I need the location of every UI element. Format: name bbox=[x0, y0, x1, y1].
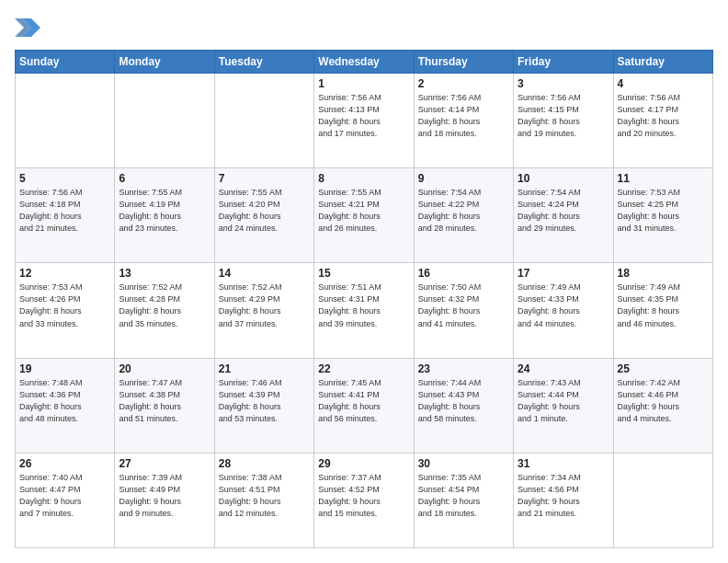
weekday-header: Friday bbox=[514, 51, 613, 74]
logo bbox=[15, 15, 44, 40]
day-number: 11 bbox=[618, 172, 709, 185]
day-info: Sunrise: 7:56 AM Sunset: 4:13 PM Dayligh… bbox=[318, 92, 409, 140]
day-info: Sunrise: 7:44 AM Sunset: 4:43 PM Dayligh… bbox=[418, 377, 509, 425]
weekday-header: Monday bbox=[115, 51, 214, 74]
calendar-cell bbox=[214, 74, 313, 168]
day-number: 24 bbox=[518, 362, 609, 375]
day-info: Sunrise: 7:53 AM Sunset: 4:26 PM Dayligh… bbox=[19, 282, 110, 329]
day-number: 20 bbox=[119, 362, 210, 375]
day-number: 14 bbox=[219, 267, 310, 280]
calendar-cell: 21Sunrise: 7:46 AM Sunset: 4:39 PM Dayli… bbox=[214, 358, 313, 453]
header bbox=[15, 15, 713, 40]
weekday-header: Wednesday bbox=[314, 51, 414, 74]
calendar-cell: 30Sunrise: 7:35 AM Sunset: 4:54 PM Dayli… bbox=[414, 453, 513, 547]
day-number: 9 bbox=[418, 172, 509, 185]
calendar-cell: 14Sunrise: 7:52 AM Sunset: 4:29 PM Dayli… bbox=[214, 263, 313, 358]
day-info: Sunrise: 7:54 AM Sunset: 4:22 PM Dayligh… bbox=[418, 187, 509, 235]
day-info: Sunrise: 7:49 AM Sunset: 4:35 PM Dayligh… bbox=[618, 282, 709, 329]
day-info: Sunrise: 7:46 AM Sunset: 4:39 PM Dayligh… bbox=[219, 377, 310, 425]
calendar-cell: 1Sunrise: 7:56 AM Sunset: 4:13 PM Daylig… bbox=[314, 74, 414, 168]
day-number: 1 bbox=[318, 77, 409, 90]
calendar-cell: 11Sunrise: 7:53 AM Sunset: 4:25 PM Dayli… bbox=[613, 168, 712, 263]
day-info: Sunrise: 7:39 AM Sunset: 4:49 PM Dayligh… bbox=[119, 472, 210, 520]
calendar-cell: 28Sunrise: 7:38 AM Sunset: 4:51 PM Dayli… bbox=[214, 453, 313, 547]
day-number: 28 bbox=[219, 457, 310, 470]
day-number: 18 bbox=[618, 267, 709, 280]
weekday-header: Sunday bbox=[16, 51, 115, 74]
calendar-cell: 16Sunrise: 7:50 AM Sunset: 4:32 PM Dayli… bbox=[414, 263, 513, 358]
calendar-cell: 24Sunrise: 7:43 AM Sunset: 4:44 PM Dayli… bbox=[514, 358, 613, 453]
day-info: Sunrise: 7:54 AM Sunset: 4:24 PM Dayligh… bbox=[518, 187, 609, 235]
day-info: Sunrise: 7:56 AM Sunset: 4:17 PM Dayligh… bbox=[618, 92, 709, 140]
day-number: 2 bbox=[418, 77, 509, 90]
weekday-header: Tuesday bbox=[214, 51, 313, 74]
day-info: Sunrise: 7:45 AM Sunset: 4:41 PM Dayligh… bbox=[318, 377, 409, 425]
calendar-cell: 10Sunrise: 7:54 AM Sunset: 4:24 PM Dayli… bbox=[514, 168, 613, 263]
day-number: 10 bbox=[518, 172, 609, 185]
day-info: Sunrise: 7:52 AM Sunset: 4:29 PM Dayligh… bbox=[219, 282, 310, 329]
calendar-cell: 3Sunrise: 7:56 AM Sunset: 4:15 PM Daylig… bbox=[514, 74, 613, 168]
logo-icon bbox=[15, 15, 40, 40]
day-info: Sunrise: 7:47 AM Sunset: 4:38 PM Dayligh… bbox=[119, 377, 210, 425]
day-info: Sunrise: 7:43 AM Sunset: 4:44 PM Dayligh… bbox=[518, 377, 609, 425]
calendar-cell: 19Sunrise: 7:48 AM Sunset: 4:36 PM Dayli… bbox=[16, 358, 115, 453]
weekday-header: Thursday bbox=[414, 51, 513, 74]
calendar-cell: 25Sunrise: 7:42 AM Sunset: 4:46 PM Dayli… bbox=[613, 358, 712, 453]
calendar-cell: 20Sunrise: 7:47 AM Sunset: 4:38 PM Dayli… bbox=[115, 358, 214, 453]
calendar-cell: 7Sunrise: 7:55 AM Sunset: 4:20 PM Daylig… bbox=[214, 168, 313, 263]
calendar-cell bbox=[613, 453, 712, 547]
day-info: Sunrise: 7:37 AM Sunset: 4:52 PM Dayligh… bbox=[318, 472, 409, 520]
calendar-cell: 22Sunrise: 7:45 AM Sunset: 4:41 PM Dayli… bbox=[314, 358, 414, 453]
day-info: Sunrise: 7:53 AM Sunset: 4:25 PM Dayligh… bbox=[618, 187, 709, 235]
day-number: 12 bbox=[19, 267, 110, 280]
calendar-cell bbox=[16, 74, 115, 168]
day-info: Sunrise: 7:38 AM Sunset: 4:51 PM Dayligh… bbox=[219, 472, 310, 520]
day-number: 7 bbox=[219, 172, 310, 185]
calendar-cell: 13Sunrise: 7:52 AM Sunset: 4:28 PM Dayli… bbox=[115, 263, 214, 358]
day-number: 27 bbox=[119, 457, 210, 470]
day-number: 4 bbox=[618, 77, 709, 90]
day-info: Sunrise: 7:34 AM Sunset: 4:56 PM Dayligh… bbox=[518, 472, 609, 520]
calendar-cell: 5Sunrise: 7:56 AM Sunset: 4:18 PM Daylig… bbox=[16, 168, 115, 263]
day-info: Sunrise: 7:42 AM Sunset: 4:46 PM Dayligh… bbox=[618, 377, 709, 425]
day-number: 3 bbox=[518, 77, 609, 90]
day-number: 16 bbox=[418, 267, 509, 280]
page: SundayMondayTuesdayWednesdayThursdayFrid… bbox=[0, 0, 728, 563]
calendar-cell bbox=[115, 74, 214, 168]
day-info: Sunrise: 7:56 AM Sunset: 4:15 PM Dayligh… bbox=[518, 92, 609, 140]
day-info: Sunrise: 7:56 AM Sunset: 4:18 PM Dayligh… bbox=[19, 187, 110, 235]
day-info: Sunrise: 7:55 AM Sunset: 4:20 PM Dayligh… bbox=[219, 187, 310, 235]
calendar-cell: 31Sunrise: 7:34 AM Sunset: 4:56 PM Dayli… bbox=[514, 453, 613, 547]
day-number: 8 bbox=[318, 172, 409, 185]
calendar-cell: 6Sunrise: 7:55 AM Sunset: 4:19 PM Daylig… bbox=[115, 168, 214, 263]
day-number: 21 bbox=[219, 362, 310, 375]
day-number: 26 bbox=[19, 457, 110, 470]
day-info: Sunrise: 7:40 AM Sunset: 4:47 PM Dayligh… bbox=[19, 472, 110, 520]
weekday-header: Saturday bbox=[613, 51, 712, 74]
day-number: 19 bbox=[19, 362, 110, 375]
day-info: Sunrise: 7:35 AM Sunset: 4:54 PM Dayligh… bbox=[418, 472, 509, 520]
calendar-table: SundayMondayTuesdayWednesdayThursdayFrid… bbox=[15, 50, 713, 548]
day-number: 22 bbox=[318, 362, 409, 375]
day-number: 5 bbox=[19, 172, 110, 185]
calendar-cell: 18Sunrise: 7:49 AM Sunset: 4:35 PM Dayli… bbox=[613, 263, 712, 358]
day-number: 17 bbox=[518, 267, 609, 280]
calendar-cell: 23Sunrise: 7:44 AM Sunset: 4:43 PM Dayli… bbox=[414, 358, 513, 453]
calendar-cell: 2Sunrise: 7:56 AM Sunset: 4:14 PM Daylig… bbox=[414, 74, 513, 168]
day-number: 23 bbox=[418, 362, 509, 375]
calendar-cell: 9Sunrise: 7:54 AM Sunset: 4:22 PM Daylig… bbox=[414, 168, 513, 263]
day-info: Sunrise: 7:56 AM Sunset: 4:14 PM Dayligh… bbox=[418, 92, 509, 140]
calendar-cell: 29Sunrise: 7:37 AM Sunset: 4:52 PM Dayli… bbox=[314, 453, 414, 547]
day-number: 30 bbox=[418, 457, 509, 470]
calendar-cell: 15Sunrise: 7:51 AM Sunset: 4:31 PM Dayli… bbox=[314, 263, 414, 358]
calendar-cell: 12Sunrise: 7:53 AM Sunset: 4:26 PM Dayli… bbox=[16, 263, 115, 358]
day-number: 6 bbox=[119, 172, 210, 185]
calendar-cell: 26Sunrise: 7:40 AM Sunset: 4:47 PM Dayli… bbox=[16, 453, 115, 547]
day-number: 29 bbox=[318, 457, 409, 470]
day-info: Sunrise: 7:55 AM Sunset: 4:21 PM Dayligh… bbox=[318, 187, 409, 235]
day-number: 15 bbox=[318, 267, 409, 280]
calendar-cell: 8Sunrise: 7:55 AM Sunset: 4:21 PM Daylig… bbox=[314, 168, 414, 263]
day-info: Sunrise: 7:49 AM Sunset: 4:33 PM Dayligh… bbox=[518, 282, 609, 329]
day-info: Sunrise: 7:51 AM Sunset: 4:31 PM Dayligh… bbox=[318, 282, 409, 329]
day-number: 13 bbox=[119, 267, 210, 280]
